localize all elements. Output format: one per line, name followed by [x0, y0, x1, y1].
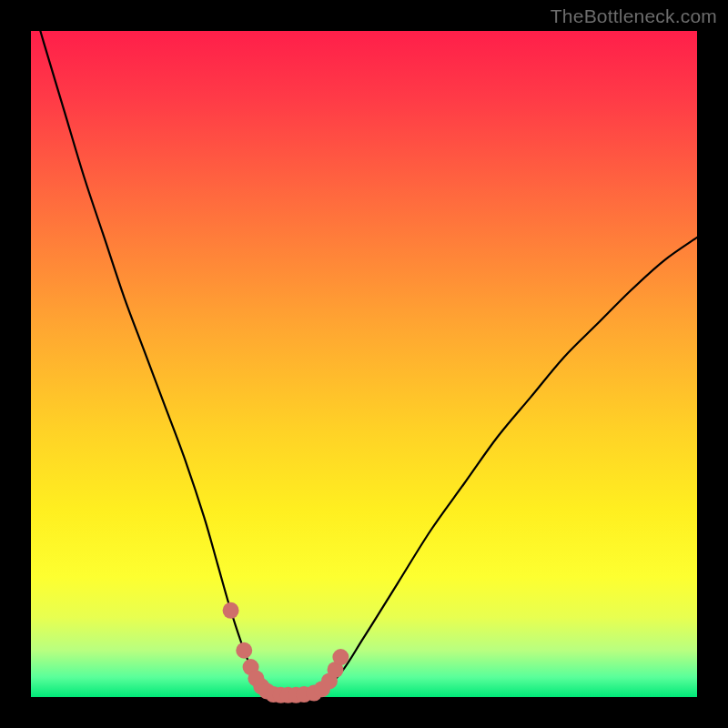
chart-frame: TheBottleneck.com — [0, 0, 728, 728]
optimal-marker — [236, 642, 252, 659]
optimal-range-markers — [223, 602, 349, 703]
curve-layer — [31, 31, 697, 697]
optimal-marker — [223, 602, 239, 619]
plot-area — [31, 31, 697, 697]
bottleneck-curve — [31, 0, 697, 695]
watermark-text: TheBottleneck.com — [551, 5, 717, 27]
optimal-marker — [332, 649, 349, 665]
